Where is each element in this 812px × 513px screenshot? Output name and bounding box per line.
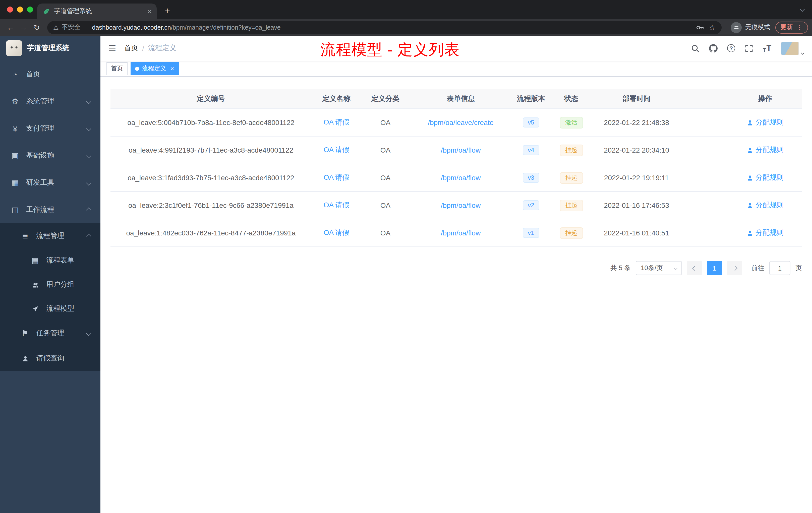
security-label: 不安全 <box>62 23 81 32</box>
assign-rule-link[interactable]: 分配规则 <box>747 201 784 210</box>
brand: 芋道管理系统 <box>0 36 100 61</box>
tab-favicon-leaf-icon <box>42 7 50 15</box>
address-bar[interactable]: ⚠ 不安全 dashboard.yudao.iocoder.cn/bpm/man… <box>47 21 722 34</box>
assign-rule-link[interactable]: 分配规则 <box>747 118 784 127</box>
sidebar-item-leave-query[interactable]: 请假查询 <box>0 346 100 371</box>
next-page-button[interactable] <box>727 261 742 275</box>
browser-tab[interactable]: 芋道管理系统 × <box>37 3 157 19</box>
forward-button[interactable]: → <box>17 21 30 34</box>
browser-tab-strip: 芋道管理系统 × + <box>0 0 812 19</box>
tab-close-icon[interactable]: × <box>147 7 152 15</box>
sidebar-item-process-form[interactable]: ▤ 流程表单 <box>0 248 100 273</box>
screen: 芋道管理系统 × + ← → ↻ ⚠ 不安全 dashboard.yudao.i… <box>0 0 812 513</box>
fullscreen-icon[interactable] <box>745 44 753 53</box>
sidebar-item-workflow[interactable]: ◫ 工作流程 <box>0 196 100 223</box>
chevron-down-icon <box>86 331 91 336</box>
back-button[interactable]: ← <box>4 21 17 34</box>
zoom-window-button[interactable] <box>27 6 33 12</box>
definition-name-link[interactable]: OA 请假 <box>324 173 349 181</box>
process-definition-table: 定义编号 定义名称 定义分类 表单信息 流程版本 状态 部署时间 操作 oa_l… <box>111 89 802 247</box>
search-icon[interactable] <box>691 44 699 53</box>
goto-page-input[interactable] <box>769 261 790 275</box>
sidebar-item-user-group[interactable]: 用户分组 <box>0 273 100 297</box>
top-navbar: ☰ 首页 / 流程定义 流程模型 - 定义列表 ? TT <box>100 36 812 61</box>
form-link[interactable]: /bpm/oa/flow <box>441 174 481 182</box>
form-link[interactable]: /bpm/oa/flow <box>441 201 481 209</box>
form-link[interactable]: /bpm/oa/flow <box>441 146 481 154</box>
cell-definition-id: oa_leave:2:3c1f0ef1-76b1-11ec-9c66-a2380… <box>111 201 311 209</box>
avatar-image <box>781 41 799 55</box>
tag-home[interactable]: 首页 <box>107 62 127 75</box>
person-icon <box>747 119 753 126</box>
assign-rule-link[interactable]: 分配规则 <box>747 229 784 237</box>
page-1-button[interactable]: 1 <box>707 261 722 275</box>
gear-icon: ⚙ <box>10 97 20 106</box>
annotation-text: 流程模型 - 定义列表 <box>320 40 460 60</box>
sidebar-item-dev-tools[interactable]: ▦ 研发工具 <box>0 169 100 196</box>
pagination: 共 5 条 10条/页 1 前往 页 <box>111 261 802 275</box>
breadcrumb-home[interactable]: 首页 <box>124 44 138 53</box>
definition-name-link[interactable]: OA 请假 <box>324 201 349 209</box>
cell-category: OA <box>361 146 409 154</box>
close-window-button[interactable] <box>7 6 13 12</box>
cell-deploy-time: 2022-01-22 20:34:10 <box>592 146 680 154</box>
sidebar-item-payment-mgmt[interactable]: ¥ 支付管理 <box>0 115 100 142</box>
sidebar-item-system-mgmt[interactable]: ⚙ 系统管理 <box>0 88 100 115</box>
chevron-left-icon <box>692 266 697 271</box>
reload-button[interactable]: ↻ <box>30 21 43 34</box>
sidebar-collapse-button[interactable]: ☰ <box>109 43 116 54</box>
assign-rule-link[interactable]: 分配规则 <box>747 173 784 182</box>
chevron-down-icon <box>86 99 91 104</box>
user-avatar[interactable] <box>781 41 804 55</box>
sidebar-item-infrastructure[interactable]: ▣ 基础设施 <box>0 142 100 169</box>
monitor-icon: ▣ <box>10 151 20 160</box>
browser-menu-icon[interactable]: ⋮ <box>796 24 803 31</box>
cell-deploy-time: 2022-01-16 17:46:53 <box>592 201 680 209</box>
github-icon[interactable] <box>709 44 718 53</box>
table-row: oa_leave:1:482ec033-762a-11ec-8477-a2380… <box>111 219 802 247</box>
col-definition-name: 定义名称 <box>311 94 361 103</box>
cell-definition-id: oa_leave:4:991f2193-7b7f-11ec-a3c8-acde4… <box>111 146 311 154</box>
definition-name-link[interactable]: OA 请假 <box>324 118 349 126</box>
main-area: ☰ 首页 / 流程定义 流程模型 - 定义列表 ? TT <box>100 36 812 513</box>
help-icon[interactable]: ? <box>727 44 735 52</box>
sidebar-item-process-model[interactable]: 流程模型 <box>0 297 100 321</box>
page-size-select[interactable]: 10条/页 <box>636 261 682 275</box>
briefcase-icon: ◫ <box>10 205 20 214</box>
table-row: oa_leave:2:3c1f0ef1-76b1-11ec-9c66-a2380… <box>111 192 802 219</box>
col-status: 状态 <box>550 94 592 103</box>
table-row: oa_leave:3:1fad3d93-7b75-11ec-a3c8-acde4… <box>111 164 802 192</box>
bookmark-star-icon[interactable]: ☆ <box>709 23 716 32</box>
col-operation: 操作 <box>728 89 802 109</box>
update-browser-button[interactable]: 更新 ⋮ <box>775 21 808 33</box>
chevron-down-icon <box>674 266 677 270</box>
tab-search-chevron-icon[interactable] <box>800 7 805 12</box>
version-badge: v1 <box>523 228 539 238</box>
sidebar-item-task-mgmt[interactable]: ⚑ 任务管理 <box>0 321 100 346</box>
prev-page-button[interactable] <box>687 261 702 275</box>
cell-definition-id: oa_leave:5:004b710b-7b8a-11ec-8ef0-acde4… <box>111 118 311 126</box>
sidebar-item-home[interactable]: ◔ 首页 <box>0 61 100 88</box>
minimize-window-button[interactable] <box>17 6 23 12</box>
table-row: oa_leave:4:991f2193-7b7f-11ec-a3c8-acde4… <box>111 137 802 164</box>
definition-name-link[interactable]: OA 请假 <box>324 146 349 154</box>
key-icon[interactable] <box>696 23 704 31</box>
tag-close-icon[interactable]: × <box>170 65 174 72</box>
goto-unit: 页 <box>795 264 802 273</box>
breadcrumb-separator: / <box>142 44 144 52</box>
definition-name-link[interactable]: OA 请假 <box>324 229 349 236</box>
form-link[interactable]: /bpm/oa/flow <box>441 229 481 237</box>
sidebar-item-process-mgmt[interactable]: ≣ 流程管理 <box>0 223 100 248</box>
incognito-label: 无痕模式 <box>745 23 770 32</box>
flag-icon: ⚑ <box>20 329 30 338</box>
font-size-icon[interactable]: TT <box>763 44 771 53</box>
form-link[interactable]: /bpm/oa/leave/create <box>428 118 494 126</box>
assign-rule-link[interactable]: 分配规则 <box>747 146 784 155</box>
version-badge: v2 <box>523 200 539 210</box>
new-tab-button[interactable]: + <box>161 4 174 18</box>
tag-process-definition[interactable]: 流程定义 × <box>130 62 178 75</box>
status-badge: 挂起 <box>560 227 583 239</box>
version-badge: v3 <box>523 173 539 183</box>
people-icon <box>30 281 40 288</box>
browser-toolbar: ← → ↻ ⚠ 不安全 dashboard.yudao.iocoder.cn/b… <box>0 19 812 36</box>
